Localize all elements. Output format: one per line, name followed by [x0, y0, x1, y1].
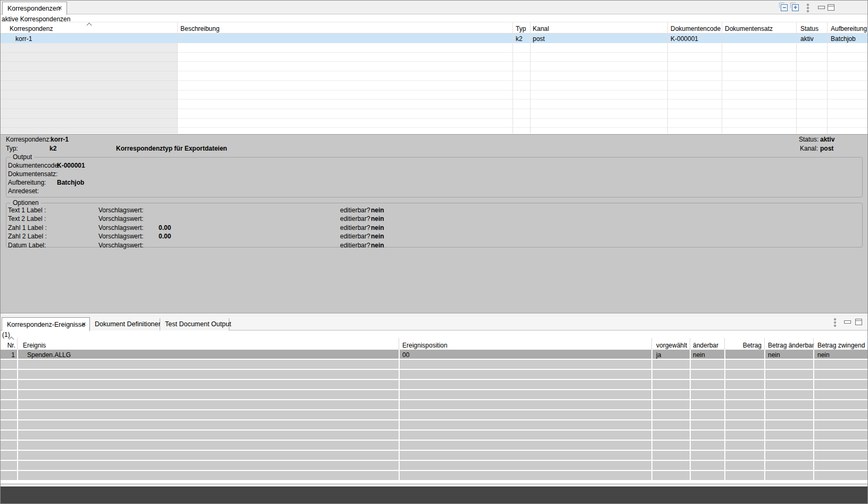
option-label: Text 1 Label : — [8, 206, 46, 214]
editierbar-value: nein — [371, 242, 384, 249]
grid-line — [796, 22, 797, 134]
application-window: Korrespondenzen ✕ − + aktive Korresponde… — [0, 0, 868, 504]
column-header-kanal[interactable]: Kanal — [533, 25, 549, 32]
header-top-line — [1, 22, 868, 22]
column-header-typ[interactable]: Typ — [516, 25, 526, 32]
grid-line — [724, 350, 725, 481]
editierbar-value: nein — [371, 206, 384, 214]
grid-line — [764, 350, 765, 481]
column-header-ereignisposition[interactable]: Ereignisposition — [402, 342, 448, 349]
detail-typ-description: Korrespondenztyp für Exportdateien — [116, 145, 227, 152]
table-row-selected[interactable] — [1, 350, 868, 359]
editierbar-value: nein — [371, 215, 384, 222]
close-icon[interactable]: ✕ — [81, 321, 86, 328]
column-header-aufbereitung[interactable]: Aufbereitung — [831, 25, 867, 32]
cell-kanal[interactable]: post — [533, 35, 545, 43]
grid-line — [399, 350, 400, 481]
maximize-icon[interactable] — [828, 4, 834, 11]
dokumentencode-label: Dokumentencode: — [8, 162, 60, 169]
vorschlagswert-label: Vorschlagswert: — [98, 242, 144, 249]
cell-korrespondenz[interactable]: korr-1 — [15, 35, 32, 43]
aufbereitung-label: Aufbereitung: — [8, 179, 46, 186]
bottom-dark-strip — [1, 486, 868, 504]
cell-aenderbar[interactable]: nein — [693, 351, 705, 359]
anredeset-label: Anredeset: — [8, 187, 39, 195]
tab-test-document-output[interactable]: Test Document Output — [160, 318, 229, 331]
grid-line — [813, 338, 814, 350]
grid-line — [651, 338, 652, 350]
tab-test-document-output-label: Test Document Output — [165, 320, 231, 328]
cell-status[interactable]: aktiv — [800, 35, 814, 43]
option-label: Zahl 1 Label : — [8, 224, 47, 232]
column-header-korrespondenz[interactable]: Korrespondenz — [10, 25, 53, 32]
cell-typ[interactable]: k2 — [516, 35, 523, 43]
cell-aufbereitung[interactable]: Batchjob — [831, 35, 856, 43]
cell-nr[interactable]: 1 — [1, 351, 15, 359]
editierbar-label: editierbar? — [340, 215, 370, 222]
sort-ascending-icon — [87, 23, 92, 28]
table-empty-rows — [1, 360, 868, 481]
vorschlagswert-value: 0.00 — [159, 224, 171, 232]
panel-bottom-border — [1, 484, 868, 484]
editierbar-value: nein — [371, 233, 384, 240]
grid-line — [651, 350, 652, 481]
minimize-icon[interactable] — [844, 320, 851, 324]
sort-ascending-icon — [9, 337, 14, 342]
column-header-nr[interactable]: Nr. — [1, 342, 15, 349]
vorschlagswert-label: Vorschlagswert: — [98, 233, 144, 240]
column-header-betrag-aenderbar[interactable]: Betrag änderbar — [768, 342, 814, 349]
dokumentensatz-label: Dokumentensatz: — [8, 170, 57, 178]
detail-status-label: Status: — [799, 136, 819, 143]
grid-line — [827, 22, 828, 134]
editierbar-label: editierbar? — [340, 206, 370, 214]
detail-korrespondenz-value: korr-1 — [51, 136, 69, 143]
view-menu-icon[interactable] — [807, 4, 809, 13]
cell-betrag-zwingend[interactable]: nein — [817, 351, 830, 359]
column-header-vorgewaehlt[interactable]: vorgewählt — [656, 342, 687, 349]
table-row-selected[interactable] — [1, 34, 868, 43]
column-header-beschreibung[interactable]: Beschreibung — [180, 25, 219, 32]
grid-line — [512, 22, 513, 134]
row-count: (1) — [2, 331, 10, 338]
cell-dokumentencode[interactable]: K-000001 — [671, 35, 698, 43]
detail-kanal-value: post — [820, 145, 833, 152]
column-header-betrag[interactable]: Betrag — [724, 342, 762, 349]
detail-typ-label: Typ: — [6, 145, 18, 152]
tab-korrespondenzen[interactable]: Korrespondenzen ✕ — [2, 2, 67, 15]
aufbereitung-value: Batchjob — [57, 179, 84, 186]
optionen-group-title: Optionen — [11, 199, 41, 206]
option-label: Text 2 Label : — [8, 215, 46, 222]
column-header-dokumentencode[interactable]: Dokumentencode — [671, 25, 721, 32]
vorschlagswert-label: Vorschlagswert: — [98, 224, 144, 232]
grid-line — [690, 350, 691, 481]
collapse-all-icon[interactable]: − — [781, 4, 788, 11]
output-group-title: Output — [11, 153, 34, 161]
view-menu-icon[interactable] — [834, 318, 837, 328]
tab-korrespondenz-ereignisse[interactable]: Korrespondenz-Ereignisse ✕ — [2, 317, 90, 331]
grid-line — [724, 338, 725, 350]
cell-vorgewaehlt[interactable]: ja — [656, 351, 661, 359]
detail-typ-value: k2 — [49, 145, 56, 152]
grid-line — [667, 22, 668, 134]
cell-ereignis[interactable]: Spenden.ALLG — [27, 351, 71, 359]
column-header-dokumentensatz[interactable]: Dokumentensatz — [725, 25, 773, 32]
close-icon[interactable]: ✕ — [57, 5, 62, 12]
column-header-aenderbar[interactable]: änderbar — [693, 342, 718, 349]
column-header-ereignis[interactable]: Ereignis — [23, 342, 46, 349]
minimize-icon[interactable] — [818, 6, 825, 9]
tab-dokument-definitionen[interactable]: Dokument Definitionen — [90, 318, 160, 331]
grid-line — [813, 350, 814, 481]
editierbar-label: editierbar? — [340, 224, 370, 232]
column-header-betrag-zwingend[interactable]: Betrag zwingend — [817, 342, 865, 349]
editierbar-value: nein — [371, 224, 384, 232]
column-header-status[interactable]: Status — [800, 25, 819, 32]
cell-betrag-aenderbar[interactable]: nein — [768, 351, 780, 359]
expand-all-icon[interactable]: + — [792, 4, 799, 11]
detail-status-value: aktiv — [820, 136, 834, 143]
cell-ereignisposition[interactable]: 00 — [402, 351, 409, 359]
detail-panel: Korrespondenz: korr-1 Status: aktiv Typ:… — [1, 134, 868, 313]
tab-korrespondenz-ereignisse-label: Korrespondenz-Ereignisse — [7, 321, 85, 328]
top-tab-bar: Korrespondenzen ✕ − + — [1, 1, 868, 14]
grid-line — [17, 338, 18, 350]
maximize-icon[interactable] — [855, 319, 862, 325]
